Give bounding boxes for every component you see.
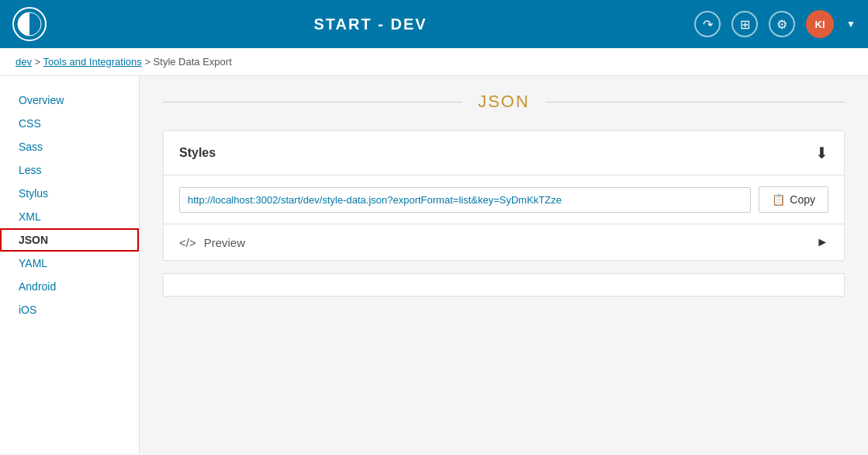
section-line-right bbox=[545, 102, 845, 102]
logo bbox=[12, 7, 47, 41]
header: START - DEV ↷ ⊞ ⚙ KI ▼ bbox=[0, 0, 868, 48]
copy-icon: 📋 bbox=[772, 193, 785, 206]
sidebar-item-ios[interactable]: iOS bbox=[0, 298, 139, 321]
forward-icon[interactable]: ↷ bbox=[694, 11, 721, 37]
breadcrumb-separator-1: > bbox=[35, 56, 43, 68]
download-icon[interactable]: ⬇ bbox=[815, 144, 828, 162]
styles-card: Styles ⬇ 📋 Copy </> Preview ► bbox=[163, 130, 845, 261]
avatar[interactable]: KI bbox=[806, 10, 834, 38]
breadcrumb: dev > Tools and Integrations > Style Dat… bbox=[0, 48, 868, 76]
copy-label: Copy bbox=[790, 193, 815, 206]
sidebar-item-json[interactable]: JSON bbox=[0, 228, 139, 252]
header-icons: ↷ ⊞ ⚙ KI ▼ bbox=[694, 10, 856, 38]
sidebar-item-yaml[interactable]: YAML bbox=[0, 252, 139, 275]
code-icon: </> bbox=[179, 236, 196, 249]
avatar-caret-icon[interactable]: ▼ bbox=[846, 19, 856, 30]
sidebar: Overview CSS Sass Less Stylus XML JSON Y… bbox=[0, 76, 140, 453]
header-title: START - DEV bbox=[47, 16, 694, 33]
sidebar-item-xml[interactable]: XML bbox=[0, 205, 139, 228]
url-input[interactable] bbox=[179, 187, 751, 213]
url-row: 📋 Copy bbox=[164, 175, 844, 224]
sidebar-item-android[interactable]: Android bbox=[0, 275, 139, 298]
sidebar-item-sass[interactable]: Sass bbox=[0, 135, 139, 158]
section-title: JSON bbox=[462, 92, 545, 112]
preview-text: Preview bbox=[204, 236, 245, 249]
preview-row[interactable]: </> Preview ► bbox=[164, 224, 844, 260]
main-content: JSON Styles ⬇ 📋 Copy </> P bbox=[140, 76, 868, 453]
sidebar-item-css[interactable]: CSS bbox=[0, 112, 139, 135]
section-title-row: JSON bbox=[163, 92, 845, 112]
bottom-card-stub bbox=[163, 273, 845, 297]
sidebar-item-less[interactable]: Less bbox=[0, 158, 139, 182]
sidebar-item-stylus[interactable]: Stylus bbox=[0, 182, 139, 205]
breadcrumb-current: > Style Data Export bbox=[144, 56, 231, 68]
preview-label: </> Preview bbox=[179, 236, 245, 249]
breadcrumb-tools[interactable]: Tools and Integrations bbox=[43, 56, 142, 68]
card-header: Styles ⬇ bbox=[164, 131, 844, 175]
sidebar-item-overview[interactable]: Overview bbox=[0, 89, 139, 112]
chevron-right-icon: ► bbox=[816, 235, 828, 249]
card-title: Styles bbox=[179, 146, 216, 160]
section-line-left bbox=[163, 102, 462, 102]
gear-icon[interactable]: ⚙ bbox=[769, 11, 795, 37]
breadcrumb-dev[interactable]: dev bbox=[16, 56, 32, 68]
copy-button[interactable]: 📋 Copy bbox=[759, 186, 828, 213]
main-layout: Overview CSS Sass Less Stylus XML JSON Y… bbox=[0, 76, 868, 453]
grid-icon[interactable]: ⊞ bbox=[731, 11, 758, 37]
